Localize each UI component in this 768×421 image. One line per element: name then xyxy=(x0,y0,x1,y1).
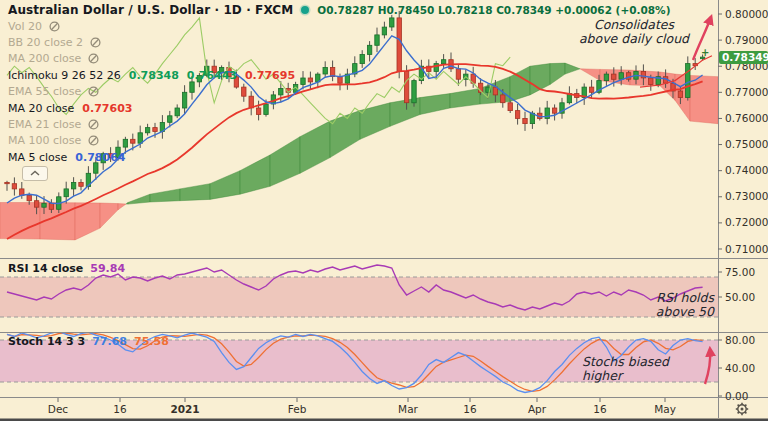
legend-item-value: 0.76443 xyxy=(187,69,237,82)
svg-text:0.74000: 0.74000 xyxy=(725,164,768,176)
chevron-up-icon xyxy=(29,170,41,177)
legend-item-ichimoku-9-26-52-26[interactable]: Ichimoku 9 26 52 260.783480.764430.77695 xyxy=(8,67,295,83)
market-status-icon[interactable] xyxy=(301,6,309,14)
svg-text:2021: 2021 xyxy=(170,403,199,415)
trading-chart-window: 0.800000.790000.780000.770000.760000.750… xyxy=(0,0,768,421)
legend-item-value: 0.77695 xyxy=(245,69,295,82)
stoch-d-value: 75.58 xyxy=(134,335,169,348)
svg-text:Dec: Dec xyxy=(48,403,69,415)
svg-text:80.00: 80.00 xyxy=(725,334,755,346)
stoch-legend[interactable]: Stoch 14 3 3 77.68 75.58 xyxy=(8,335,169,348)
svg-text:May: May xyxy=(654,403,676,415)
legend-item-value: 0.78348 xyxy=(129,69,179,82)
svg-text:16: 16 xyxy=(463,403,477,415)
visibility-off-icon[interactable] xyxy=(89,37,102,48)
legend-item-label: MA 5 close xyxy=(8,151,67,164)
rsi-label-text: RSI 14 close xyxy=(8,262,83,275)
visibility-off-icon[interactable] xyxy=(87,86,100,97)
legend-item-ema-21-close[interactable]: EMA 21 close xyxy=(8,116,295,132)
svg-text:16: 16 xyxy=(113,403,127,415)
legend-item-value: 0.77603 xyxy=(82,102,132,115)
legend-item-label: MA 100 close xyxy=(8,134,81,147)
price-axis[interactable]: 0.800000.790000.780000.770000.760000.750… xyxy=(718,8,768,255)
svg-text:0.76000: 0.76000 xyxy=(725,112,768,124)
symbol-title[interactable]: Australian Dollar / U.S. Dollar · 1D · F… xyxy=(8,3,293,17)
visibility-off-icon[interactable] xyxy=(87,135,100,146)
svg-text:0.73000: 0.73000 xyxy=(725,190,768,202)
legend-item-label: Vol 20 xyxy=(8,20,42,33)
legend-item-label: EMA 55 close xyxy=(8,85,81,98)
svg-text:16: 16 xyxy=(593,403,607,415)
legend-item-vol-20[interactable]: Vol 20 xyxy=(8,18,295,34)
annotation-rsi-holds: RSI holds above 50 xyxy=(640,291,714,320)
legend-item-label: EMA 21 close xyxy=(8,118,81,131)
legend-item-label: MA 20 close xyxy=(8,102,74,115)
legend-item-label: MA 200 close xyxy=(8,52,81,65)
indicator-legend: Vol 20BB 20 close 2MA 200 closeIchimoku … xyxy=(8,18,295,166)
svg-text:Apr: Apr xyxy=(528,403,547,415)
legend-item-ma-200-close[interactable]: MA 200 close xyxy=(8,51,295,67)
legend-item-bb-20-close-2[interactable]: BB 20 close 2 xyxy=(8,34,295,50)
svg-text:0.72000: 0.72000 xyxy=(725,216,768,228)
annotation-consolidates: Consolidates above daily cloud xyxy=(570,18,698,47)
symbol-header: Australian Dollar / U.S. Dollar · 1D · F… xyxy=(8,3,670,17)
svg-text:0.71000: 0.71000 xyxy=(725,243,768,255)
visibility-off-icon[interactable] xyxy=(87,119,100,130)
collapse-indicators-button[interactable] xyxy=(22,166,48,181)
legend-item-ma-5-close[interactable]: MA 5 close0.78064 xyxy=(8,149,295,165)
plus-marker-icon[interactable]: + xyxy=(701,47,709,58)
svg-text:50.00: 50.00 xyxy=(725,291,755,303)
svg-text:75.00: 75.00 xyxy=(725,266,755,278)
current-price-label: 0.78349 xyxy=(719,51,768,64)
stoch-k-value: 77.68 xyxy=(92,335,127,348)
svg-text:Feb: Feb xyxy=(288,403,307,415)
indicator-axis[interactable]: 75.0050.0080.0040.000.00 xyxy=(718,266,755,402)
svg-text:40.00: 40.00 xyxy=(725,362,755,374)
rsi-value: 59.84 xyxy=(90,262,125,275)
visibility-off-icon[interactable] xyxy=(48,21,61,32)
svg-text:0.75000: 0.75000 xyxy=(725,138,768,150)
legend-item-value: 0.78064 xyxy=(75,151,125,164)
visibility-off-icon[interactable] xyxy=(87,53,100,64)
svg-text:0.00: 0.00 xyxy=(725,390,748,402)
svg-text:Mar: Mar xyxy=(398,403,418,415)
ohlc-values: O0.78287 H0.78450 L0.78218 C0.78349 +0.0… xyxy=(317,4,670,16)
legend-item-ma-20-close[interactable]: MA 20 close0.77603 xyxy=(8,100,295,116)
svg-text:0.79000: 0.79000 xyxy=(725,34,768,46)
legend-item-label: Ichimoku 9 26 52 26 xyxy=(8,69,121,82)
legend-item-ma-100-close[interactable]: MA 100 close xyxy=(8,133,295,149)
legend-item-ema-55-close[interactable]: EMA 55 close xyxy=(8,84,295,100)
annotation-stochs-biased: Stochs biased higher xyxy=(582,355,692,384)
stoch-label-text: Stoch 14 3 3 xyxy=(8,335,85,348)
settings-gear-icon[interactable] xyxy=(736,403,748,415)
rsi-legend[interactable]: RSI 14 close 59.84 xyxy=(8,262,125,275)
svg-text:0.80000: 0.80000 xyxy=(725,8,768,20)
svg-text:0.77000: 0.77000 xyxy=(725,86,768,98)
legend-item-label: BB 20 close 2 xyxy=(8,36,83,49)
time-axis[interactable]: Dec162021FebMar16Apr16May xyxy=(48,398,676,415)
